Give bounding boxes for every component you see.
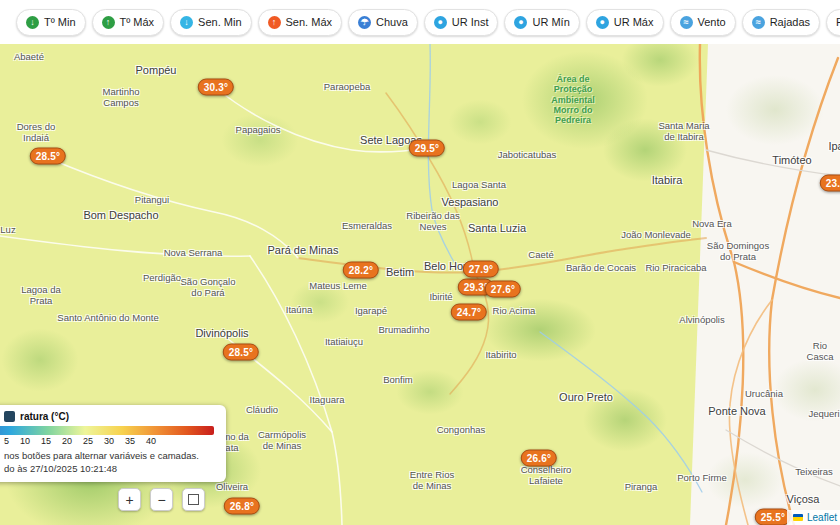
humidity-inst-icon: ● <box>434 16 447 29</box>
toolbar-button-label: Rajadas <box>770 16 810 28</box>
map-controls: + − <box>118 488 205 511</box>
toolbar-button-humidity-min[interactable]: ●UR Mín <box>504 9 579 36</box>
weather-map-app: AbaetéPompéuParaopebaMartinho CamposPapa… <box>0 0 840 525</box>
toolbar-button-label: UR Máx <box>614 16 654 28</box>
toolbar-button-temp-max[interactable]: ↑Tº Máx <box>92 9 165 36</box>
toolbar-button-humidity-inst[interactable]: ●UR Inst <box>424 9 499 36</box>
toolbar-button-label: UR Mín <box>532 16 569 28</box>
colorbar-tick: 15 <box>41 436 51 446</box>
temperature-marker[interactable]: 26.8° <box>224 498 260 515</box>
humidity-max-icon: ● <box>596 16 609 29</box>
temperature-marker[interactable]: 29.5° <box>409 140 445 157</box>
toolbar-button-label: Tº Máx <box>120 16 155 28</box>
temp-max-icon: ↑ <box>102 16 115 29</box>
legend-title: ratura (°C) <box>20 411 69 422</box>
rain-icon: ☂ <box>358 16 371 29</box>
fullscreen-button[interactable] <box>182 488 205 511</box>
colorbar-tick: 40 <box>146 436 156 446</box>
gusts-icon: ≈ <box>752 16 765 29</box>
temp-min-icon: ↓ <box>26 16 39 29</box>
colorbar-tick: 35 <box>125 436 135 446</box>
temperature-marker[interactable]: 30.3° <box>198 79 234 96</box>
colorbar-tick: 10 <box>20 436 30 446</box>
toolbar-button-rain[interactable]: ☂Chuva <box>348 9 418 36</box>
temperature-marker[interactable]: 28.5° <box>223 344 259 361</box>
temperature-marker[interactable]: 28.5° <box>30 148 66 165</box>
toolbar-button-wind[interactable]: ≈Vento <box>670 9 736 36</box>
toolbar-button-feels-max[interactable]: ↑Sen. Máx <box>258 9 342 36</box>
thermometer-icon <box>4 411 15 422</box>
temperature-marker[interactable]: 26.6° <box>521 450 557 467</box>
colorbar-ticks: 510152025303540 <box>4 436 156 446</box>
colorbar-tick: 20 <box>62 436 72 446</box>
temperature-marker[interactable]: 25.5° <box>755 509 791 525</box>
toolbar-button-gusts-max[interactable]: Rajadas Max <box>826 9 840 36</box>
wind-icon: ≈ <box>680 16 693 29</box>
toolbar-button-gusts[interactable]: ≈Rajadas <box>742 9 820 36</box>
legend-updated-text: do às 27/10/2025 10:21:48 <box>4 463 214 474</box>
toolbar-button-label: Tº Min <box>44 16 76 28</box>
square-icon <box>188 494 199 505</box>
toolbar-button-label: Vento <box>698 16 726 28</box>
toolbar-button-feels-min[interactable]: ↓Sen. Min <box>170 9 251 36</box>
temperature-marker[interactable]: 27.6° <box>485 281 521 298</box>
toolbar-button-label: UR Inst <box>452 16 489 28</box>
toolbar: ↓Tº Min↑Tº Máx↓Sen. Min↑Sen. Máx☂Chuva●U… <box>0 0 840 44</box>
toolbar-button-label: Sen. Máx <box>286 16 332 28</box>
toolbar-button-label: Rajadas Max <box>836 16 840 28</box>
temperature-marker[interactable]: 24.7° <box>451 304 487 321</box>
attribution-link[interactable]: Leaflet <box>807 512 837 523</box>
toolbar-button-label: Sen. Min <box>198 16 241 28</box>
feels-min-icon: ↓ <box>180 16 193 29</box>
temperature-marker[interactable]: 23.6° <box>820 175 840 192</box>
legend-help-text: nos botões para alternar variáveis e cam… <box>4 450 214 461</box>
feels-max-icon: ↑ <box>268 16 281 29</box>
colorbar-tick: 30 <box>104 436 114 446</box>
toolbar-button-temp-min[interactable]: ↓Tº Min <box>16 9 86 36</box>
temperature-marker[interactable]: 28.2° <box>343 262 379 279</box>
zoom-out-button[interactable]: − <box>150 488 173 511</box>
toolbar-button-humidity-max[interactable]: ●UR Máx <box>586 9 664 36</box>
temperature-marker[interactable]: 27.9° <box>463 261 499 278</box>
temperature-colorbar <box>0 426 214 435</box>
colorbar-tick: 5 <box>4 436 9 446</box>
colorbar-tick: 25 <box>83 436 93 446</box>
legend-title-row: ratura (°C) <box>4 411 214 422</box>
leaflet-attribution: Leaflet <box>787 510 840 525</box>
toolbar-button-label: Chuva <box>376 16 408 28</box>
humidity-min-icon: ● <box>514 16 527 29</box>
legend-panel: ratura (°C) 510152025303540 nos botões p… <box>0 405 226 482</box>
zoom-in-button[interactable]: + <box>118 488 141 511</box>
ukraine-flag-icon <box>793 514 803 521</box>
